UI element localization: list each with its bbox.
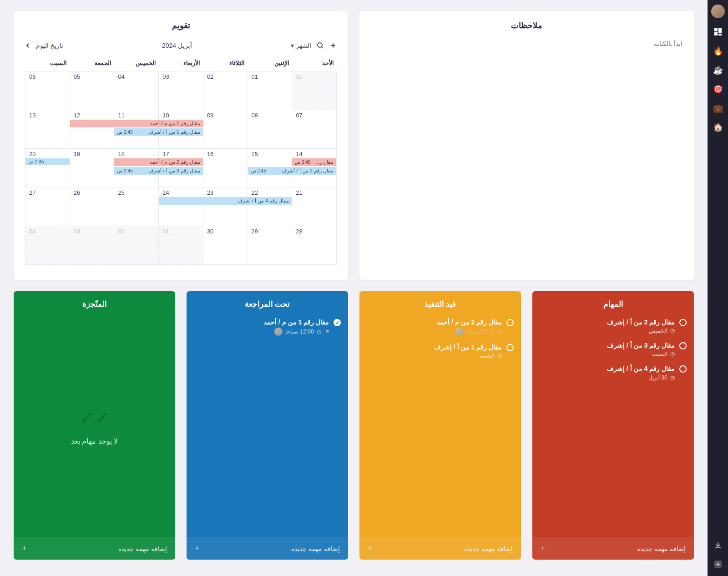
- day-number: 23: [203, 187, 248, 197]
- search-icon[interactable]: [317, 42, 324, 49]
- notes-input[interactable]: [371, 40, 682, 47]
- double-check-icon: ✓✓: [79, 408, 110, 429]
- kanban-column-green: المنّجزة✓✓لا يوجد مهام بعدإضافة مهمة جدي…: [14, 291, 175, 560]
- calendar-cell[interactable]: 13: [25, 110, 70, 149]
- day-number: 29: [248, 226, 292, 236]
- circle-icon[interactable]: [679, 365, 687, 373]
- event-time: 2:45 ص: [117, 130, 132, 135]
- calendar-cell[interactable]: 16: [203, 149, 248, 187]
- day-number: 03: [159, 71, 203, 81]
- calendar-event[interactable]: مقال رقم 3 من أ / أشرف2:45 ص: [114, 167, 202, 175]
- calendar-cell[interactable]: 01: [159, 226, 203, 265]
- assignee-avatar: [455, 328, 463, 336]
- task-title: مقال رقم 3 من أ / إشرف: [540, 341, 675, 349]
- prev-month-button[interactable]: [25, 43, 30, 48]
- kanban-title: المهام: [532, 291, 694, 315]
- event-time: 2:45 ص: [117, 168, 132, 173]
- calendar-cell[interactable]: 30: [203, 226, 248, 265]
- circle-icon[interactable]: [679, 319, 687, 326]
- day-number: 26: [70, 187, 114, 197]
- calendar-cell[interactable]: 26: [70, 187, 114, 226]
- circle-icon[interactable]: [506, 344, 514, 351]
- target-icon[interactable]: 🎯: [713, 84, 723, 95]
- calendar-cell[interactable]: 122:45 ص: [70, 110, 114, 149]
- event-title: مقال رقم 3 من أ / أشرف: [148, 168, 200, 174]
- circle-icon[interactable]: [679, 342, 687, 349]
- kanban-body: مقال رقم 2 من أ / إشرف الخميسمقال رقم 3 …: [532, 315, 694, 537]
- calendar-cell[interactable]: 08: [248, 110, 292, 149]
- calendar-cell[interactable]: 02: [114, 226, 159, 265]
- kanban-title: المنّجزة: [14, 291, 175, 315]
- calendar-cell[interactable]: 02: [203, 71, 248, 110]
- calendar-cell[interactable]: 19: [70, 149, 114, 187]
- calendar-cell[interactable]: 22مقال رقم 4 من أ / أشرف: [248, 187, 292, 226]
- kanban-body: ✓✓لا يوجد مهام بعد: [14, 315, 175, 537]
- day-number: 21: [292, 187, 336, 197]
- calendar-title: تقويم: [25, 20, 337, 30]
- calendar-cell[interactable]: 14مقال ر...2:45 صمقال رقم 2 من أ / أشرف2…: [292, 149, 337, 187]
- coffee-icon[interactable]: ☕: [713, 65, 723, 76]
- calendar-cell[interactable]: 25: [114, 187, 159, 226]
- briefcase-icon[interactable]: 💼: [713, 103, 723, 114]
- calendar-cell[interactable]: 242:45 ص: [159, 187, 203, 226]
- fire-icon[interactable]: 🔥: [713, 45, 723, 56]
- add-task-button[interactable]: إضافة مهمة جديدة+: [14, 537, 175, 560]
- calendar-event[interactable]: مقال رقم 1 من أ / أشرف2:45 ص: [114, 128, 202, 136]
- calendar-cell[interactable]: 31: [292, 71, 337, 110]
- day-number: 09: [203, 110, 248, 120]
- calendar-cell[interactable]: 17مقال رقم 2 من م / أحمدمقال رقم 3 من أ …: [159, 149, 203, 187]
- calendar-event[interactable]: مقال رقم 1 من م / أحمد: [70, 120, 203, 127]
- event-time: 2:45 ص: [28, 159, 44, 164]
- add-event-button[interactable]: [329, 42, 337, 49]
- calendar-event[interactable]: مقال ر...2:45 ص: [292, 158, 336, 166]
- calendar-cell[interactable]: 27: [25, 187, 70, 226]
- calendar-grid: الأحدالإثنينالثلاثاءالأربعاءالخميسالجمعة…: [25, 56, 337, 265]
- home-icon[interactable]: 🏠: [713, 122, 723, 133]
- add-task-button[interactable]: إضافة مهمة جديدة+: [532, 537, 694, 560]
- user-avatar[interactable]: [711, 5, 725, 18]
- task-item[interactable]: مقال رقم 1 من م / أحمد 12:00 صباحا: [194, 315, 341, 340]
- today-button[interactable]: تاريخ اليوم: [36, 42, 63, 49]
- clock-icon: 12:15 صباحا: [466, 328, 502, 335]
- calendar-event[interactable]: مقال رقم 2 من م / أحمد: [114, 158, 202, 166]
- calendar-cell[interactable]: 03: [159, 71, 203, 110]
- task-meta: 12:00 صباحا: [194, 328, 329, 336]
- checkmark-icon[interactable]: [334, 319, 341, 326]
- calendar-event[interactable]: 2:45 ص: [25, 158, 70, 165]
- day-number: 12: [70, 110, 114, 120]
- circle-icon[interactable]: [506, 319, 514, 326]
- task-item[interactable]: مقال رقم 2 من م / أحمد 12:15 صباحا: [367, 315, 514, 340]
- plus-icon: +: [195, 544, 200, 553]
- calendar-cell[interactable]: 04: [114, 71, 159, 110]
- download-icon[interactable]: [713, 540, 723, 551]
- calendar-cell[interactable]: 202:45 ص: [25, 149, 70, 187]
- calendar-cell[interactable]: 01: [248, 71, 292, 110]
- view-selector[interactable]: الشهر ▾: [291, 42, 311, 49]
- calendar-cell[interactable]: 04: [25, 226, 70, 265]
- calendar-cell[interactable]: 23: [203, 187, 248, 226]
- day-number: 30: [203, 226, 248, 236]
- calendar-cell[interactable]: 06: [25, 71, 70, 110]
- task-item[interactable]: مقال رقم 4 من أ / إشرف 30 أبريل: [540, 362, 687, 385]
- calendar-cell[interactable]: 07: [292, 110, 337, 149]
- calendar-cell[interactable]: 10مقال رقم 1 من م / أحمدمقال رقم 1 من أ …: [159, 110, 203, 149]
- calendar-cell[interactable]: 28: [292, 226, 337, 265]
- calendar-event[interactable]: مقال رقم 4 من أ / أشرف: [159, 197, 292, 205]
- calendar-cell[interactable]: 21: [292, 187, 337, 226]
- calendar-event[interactable]: مقال رقم 2 من أ / أشرف2:45 ص: [248, 167, 336, 175]
- task-title: مقال رقم 2 من م / أحمد: [367, 318, 502, 326]
- event-title: مقال رقم 1 من أ / أشرف: [148, 129, 200, 135]
- calendar-cell[interactable]: 03: [70, 226, 114, 265]
- add-icon[interactable]: [713, 559, 723, 570]
- task-title: مقال رقم 1 من أ / إشرف: [367, 343, 502, 351]
- calendar-cell[interactable]: 05: [70, 71, 114, 110]
- calendar-cell[interactable]: 29: [248, 226, 292, 265]
- add-task-button[interactable]: إضافة مهمة جديدة+: [187, 537, 348, 560]
- add-task-button[interactable]: إضافة مهمة جديدة+: [359, 537, 521, 560]
- calendar-cell[interactable]: 09: [203, 110, 248, 149]
- dashboard-icon[interactable]: [713, 26, 723, 37]
- clock-icon: 30 أبريل: [648, 374, 675, 381]
- task-item[interactable]: مقال رقم 2 من أ / إشرف الخميس: [540, 315, 687, 339]
- task-item[interactable]: مقال رقم 1 من أ / إشرف الجمعة: [367, 340, 514, 364]
- task-item[interactable]: مقال رقم 3 من أ / إشرف السبت: [540, 339, 687, 362]
